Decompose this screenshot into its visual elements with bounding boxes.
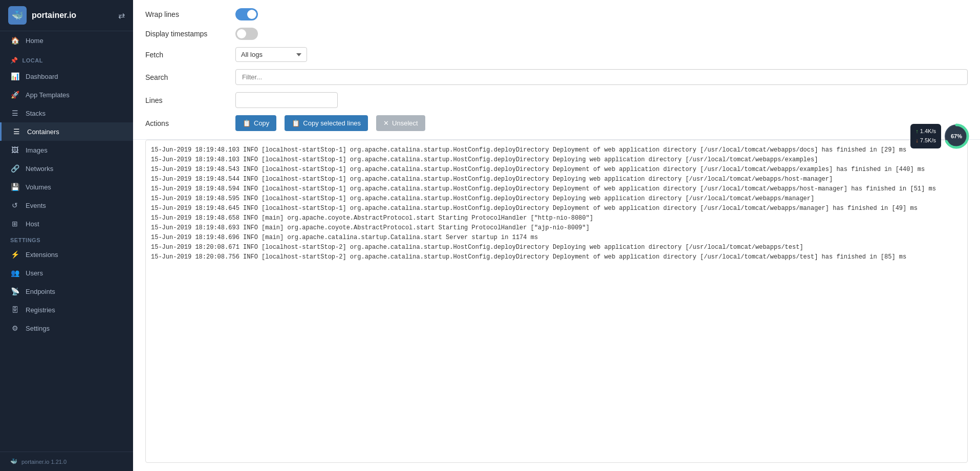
wrap-lines-slider xyxy=(235,8,258,20)
fetch-label: Fetch xyxy=(145,51,227,59)
upload-stat: ↑ 1.4K/s xyxy=(916,127,936,136)
sidebar-item-dashboard[interactable]: 📊 Dashboard xyxy=(0,67,133,85)
sidebar-item-app-templates-label: App Templates xyxy=(26,91,123,99)
sidebar-item-host[interactable]: ⊞ Host xyxy=(0,215,133,233)
controls-section: Wrap lines Display timestamps Fetch All … xyxy=(133,0,980,140)
upload-value: 1.4K/s xyxy=(920,128,936,134)
download-stat: ↓ 7.5K/s xyxy=(916,136,936,145)
copy-button[interactable]: 📋 Copy xyxy=(235,115,276,131)
log-container[interactable]: 15-Jun-2019 18:19:48.103 INFO [localhost… xyxy=(145,140,968,463)
portainer-version: portainer.io 1.21.0 xyxy=(21,459,67,465)
sidebar-item-images-label: Images xyxy=(26,146,123,154)
sidebar-item-registries[interactable]: 🗄 Registries xyxy=(0,301,133,319)
cpu-gauge: 67% xyxy=(943,123,970,149)
sidebar-item-networks[interactable]: 🔗 Networks xyxy=(0,159,133,178)
portainer-logo-text: portainer.io xyxy=(32,11,76,20)
sidebar-item-volumes[interactable]: 💾 Volumes xyxy=(0,178,133,196)
network-stats-box: ↑ 1.4K/s ↓ 7.5K/s xyxy=(910,124,941,148)
sidebar: 🐳 portainer.io ⇄ 🏠 Home 📌 LOCAL 📊 Dashbo… xyxy=(0,0,133,471)
download-icon: ↓ xyxy=(916,137,919,143)
sidebar-item-host-label: Host xyxy=(26,220,123,228)
log-line: 15-Jun-2019 18:19:48.103 INFO [localhost… xyxy=(151,155,962,164)
log-line: 15-Jun-2019 18:19:48.103 INFO [localhost… xyxy=(151,145,962,155)
display-timestamps-toggle[interactable] xyxy=(235,28,258,40)
log-line: 15-Jun-2019 18:20:08.671 INFO [localhost… xyxy=(151,243,962,252)
volumes-icon: 💾 xyxy=(10,183,19,191)
sidebar-toggle-icon[interactable]: ⇄ xyxy=(118,11,125,20)
sidebar-item-extensions[interactable]: ⚡ Extensions xyxy=(0,245,133,264)
display-timestamps-label: Display timestamps xyxy=(145,30,227,38)
sidebar-item-volumes-label: Volumes xyxy=(26,183,123,191)
sidebar-item-home[interactable]: 🏠 Home xyxy=(0,31,133,50)
sidebar-logo: 🐳 portainer.io ⇄ xyxy=(0,0,133,31)
sidebar-item-app-templates[interactable]: 🚀 App Templates xyxy=(0,85,133,104)
settings-section-header: SETTINGS xyxy=(0,233,133,245)
users-icon: 👥 xyxy=(10,269,19,277)
search-input[interactable] xyxy=(235,69,968,85)
settings-icon: ⚙ xyxy=(10,324,19,332)
sidebar-item-containers[interactable]: ☰ Containers xyxy=(0,122,133,141)
host-icon: ⊞ xyxy=(10,220,19,228)
log-line: 15-Jun-2019 18:19:48.645 INFO [localhost… xyxy=(151,204,962,213)
lines-label: Lines xyxy=(145,96,227,104)
copy-icon: 📋 xyxy=(243,119,251,127)
registries-icon: 🗄 xyxy=(10,306,19,314)
main-content: Wrap lines Display timestamps Fetch All … xyxy=(133,0,980,471)
log-line: 15-Jun-2019 18:19:48.595 INFO [localhost… xyxy=(151,194,962,203)
events-icon: ↺ xyxy=(10,201,19,209)
fetch-row: Fetch All logs Last 100 lines Last 500 l… xyxy=(145,47,968,62)
home-icon: 🏠 xyxy=(10,36,19,45)
wrap-lines-label: Wrap lines xyxy=(145,10,227,18)
search-row: Search xyxy=(145,69,968,85)
lines-input[interactable]: 100 xyxy=(235,92,338,108)
display-timestamps-slider xyxy=(235,28,258,40)
dashboard-icon: 📊 xyxy=(10,72,19,80)
fetch-select[interactable]: All logs Last 100 lines Last 500 lines L… xyxy=(235,47,307,62)
display-timestamps-row: Display timestamps xyxy=(145,28,968,40)
wrap-lines-toggle[interactable] xyxy=(235,8,258,20)
cpu-percent-label: 67% xyxy=(951,133,962,139)
upload-icon: ↑ xyxy=(916,128,919,134)
sidebar-item-users[interactable]: 👥 Users xyxy=(0,264,133,282)
sidebar-item-dashboard-label: Dashboard xyxy=(26,73,123,80)
copy-selected-button[interactable]: 📋 Copy selected lines xyxy=(285,115,368,131)
app-templates-icon: 🚀 xyxy=(10,91,19,99)
wrap-lines-row: Wrap lines xyxy=(145,8,968,20)
actions-row: Actions 📋 Copy 📋 Copy selected lines ✕ U… xyxy=(145,115,968,131)
sidebar-item-events[interactable]: ↺ Events xyxy=(0,196,133,215)
lines-row: Lines 100 xyxy=(145,92,968,108)
actions-label: Actions xyxy=(145,119,227,127)
sidebar-item-stacks-label: Stacks xyxy=(26,110,123,117)
images-icon: 🖼 xyxy=(10,146,19,154)
log-line: 15-Jun-2019 18:19:48.594 INFO [localhost… xyxy=(151,184,962,194)
containers-icon: ☰ xyxy=(12,127,21,136)
log-section: 15-Jun-2019 18:19:48.103 INFO [localhost… xyxy=(133,140,980,471)
portainer-footer-icon: 🐳 xyxy=(10,458,17,465)
sidebar-item-events-label: Events xyxy=(26,202,123,209)
log-line: 15-Jun-2019 18:20:08.756 INFO [localhost… xyxy=(151,252,962,262)
sidebar-item-images[interactable]: 🖼 Images xyxy=(0,141,133,159)
copy-button-label: Copy xyxy=(254,119,269,127)
log-line: 15-Jun-2019 18:19:48.696 INFO [main] org… xyxy=(151,233,962,242)
sidebar-item-registries-label: Registries xyxy=(26,306,123,314)
search-label: Search xyxy=(145,73,227,81)
sidebar-item-settings[interactable]: ⚙ Settings xyxy=(0,319,133,337)
sidebar-item-home-label: Home xyxy=(26,37,123,45)
unselect-button-label: Unselect xyxy=(392,119,418,127)
pin-icon: 📌 xyxy=(10,57,18,64)
unselect-icon: ✕ xyxy=(383,119,389,127)
log-line: 15-Jun-2019 18:19:48.543 INFO [localhost… xyxy=(151,165,962,174)
sidebar-item-endpoints[interactable]: 📡 Endpoints xyxy=(0,282,133,301)
sidebar-item-networks-label: Networks xyxy=(26,165,123,173)
portainer-logo-icon: 🐳 xyxy=(8,6,27,25)
stacks-icon: ☰ xyxy=(10,109,19,117)
unselect-button[interactable]: ✕ Unselect xyxy=(376,115,425,131)
sidebar-item-containers-label: Containers xyxy=(27,128,123,136)
sidebar-footer: 🐳 portainer.io 1.21.0 xyxy=(0,452,133,471)
log-line: 15-Jun-2019 18:19:48.693 INFO [main] org… xyxy=(151,223,962,232)
copy-selected-button-label: Copy selected lines xyxy=(303,119,361,127)
sidebar-item-users-label: Users xyxy=(26,269,123,277)
copy-selected-icon: 📋 xyxy=(292,119,300,127)
endpoints-icon: 📡 xyxy=(10,287,19,295)
sidebar-item-stacks[interactable]: ☰ Stacks xyxy=(0,104,133,122)
